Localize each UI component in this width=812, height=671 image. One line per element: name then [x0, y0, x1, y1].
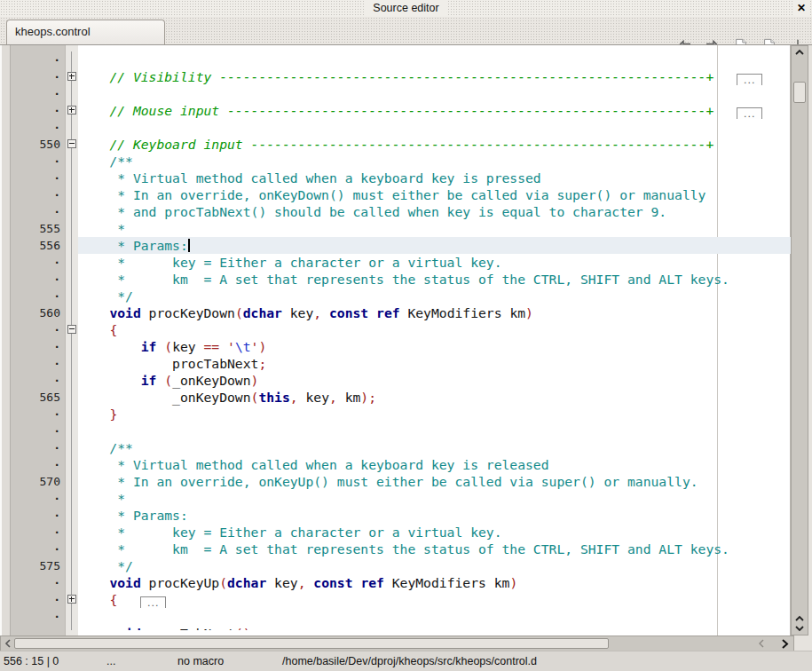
fold-gutter [66, 271, 78, 288]
code-line[interactable]: · * In an override, onKeyDown() must eit… [11, 186, 791, 203]
code-lines: ·· // Visibility -----------------------… [11, 51, 791, 630]
code-line[interactable]: · void procKeyUp(dchar key, const ref Ke… [11, 574, 791, 591]
source-editor-window: Source editor ✕ kheops.control [0, 0, 812, 671]
code-text: */ [78, 557, 791, 574]
line-dot: · [11, 288, 66, 304]
close-window-button[interactable]: ✕ [794, 1, 808, 16]
line-dot: · [11, 355, 66, 372]
scroll-up-button[interactable] [792, 47, 808, 58]
line-dot: · [11, 625, 66, 630]
fold-gutter [66, 321, 78, 338]
code-line[interactable]: · * [11, 490, 791, 507]
fold-gutter [66, 456, 78, 473]
line-dot: · [11, 68, 66, 85]
tab-kheops-control[interactable]: kheops.control [6, 20, 165, 44]
code-line[interactable]: · * and procTabNext() should be called w… [11, 203, 791, 220]
code-line[interactable]: · {... [11, 591, 791, 608]
status-info: ... [106, 654, 115, 668]
scroll-left-button[interactable] [2, 636, 13, 651]
code-line[interactable]: · /** [11, 153, 791, 170]
fold-gutter [66, 220, 78, 237]
code-line[interactable]: · [11, 608, 791, 625]
fold-gutter [66, 51, 78, 68]
scroll-down-button[interactable] [792, 623, 808, 634]
fold-gutter [66, 68, 78, 85]
code-line[interactable]: 575 */ [11, 557, 791, 574]
line-number: 575 [11, 557, 66, 574]
code-line[interactable]: · * key = Either a character or a virtua… [11, 254, 791, 271]
fold-gutter [66, 102, 78, 119]
code-line[interactable]: 556 * Params: [11, 237, 791, 254]
window-title: Source editor [364, 1, 447, 16]
code-line[interactable]: · [11, 119, 791, 136]
horizontal-scrollbar-thumb[interactable] [14, 638, 609, 649]
fold-gutter [66, 304, 78, 321]
code-line[interactable]: · procTabNext; [11, 355, 791, 372]
code-line[interactable]: 550 // Keyboard input ------------------… [11, 136, 791, 153]
fold-toggle-plus[interactable] [67, 72, 76, 81]
folded-code-ellipsis[interactable]: ... [737, 107, 762, 119]
folded-code-ellipsis[interactable]: ... [140, 596, 166, 608]
code-line[interactable]: · [11, 422, 791, 439]
code-line[interactable]: · */ [11, 288, 791, 304]
code-line[interactable]: 560 void procKeyDown(dchar key, const re… [11, 304, 791, 321]
folded-code-ellipsis[interactable]: ... [737, 74, 762, 85]
file-path: /home/basile/Dev/dproj/kheops/src/kheops… [282, 654, 537, 668]
code-text [78, 85, 791, 102]
code-line[interactable]: · * Params: [11, 507, 791, 524]
code-text: * [78, 220, 791, 237]
code-line[interactable]: · { [11, 321, 791, 338]
code-line[interactable]: · if (key == '\t') [11, 338, 791, 355]
code-text: // Keyboard input ----------------------… [78, 136, 791, 153]
fold-toggle-plus[interactable] [67, 595, 76, 604]
code-line[interactable]: · // Visibility ------------------------… [11, 68, 791, 85]
code-line[interactable]: · * km = A set that represents the statu… [11, 541, 791, 557]
line-dot: · [11, 321, 66, 338]
code-line[interactable]: 565 _onKeyDown(this, key, km); [11, 389, 791, 406]
vertical-scrollbar-thumb[interactable] [793, 82, 806, 103]
fold-gutter [66, 389, 78, 406]
fold-toggle-plus[interactable] [67, 106, 76, 114]
code-line[interactable]: · * Virtual method called when a keyboar… [11, 456, 791, 473]
line-dot: · [11, 439, 66, 456]
line-dot: · [11, 203, 66, 220]
code-line[interactable]: · * km = A set that represents the statu… [11, 271, 791, 288]
code-line[interactable]: · * Virtual method called when a keyboar… [11, 170, 791, 186]
scroll-left-button-right[interactable] [755, 636, 767, 651]
fold-gutter [66, 372, 78, 389]
code-line[interactable]: · [11, 85, 791, 102]
scroll-right-button[interactable] [779, 636, 791, 651]
code-text: _onKeyDown(this, key, km); [78, 389, 791, 406]
line-dot: · [11, 186, 66, 203]
code-editor[interactable]: ·· // Visibility -----------------------… [0, 44, 812, 651]
code-text: * Params: [78, 507, 791, 524]
code-text: // Visibility --------------------------… [78, 68, 791, 85]
code-line[interactable]: · } [11, 406, 791, 422]
code-text: * Params: [78, 237, 791, 254]
line-dot: · [11, 591, 66, 608]
code-text: * key = Either a character or a virtual … [78, 524, 791, 541]
fold-gutter [66, 170, 78, 186]
code-line[interactable]: 555 * [11, 220, 791, 237]
code-line[interactable]: · if (_onKeyDown) [11, 372, 791, 389]
fold-gutter [66, 524, 78, 541]
fold-toggle-minus[interactable] [67, 325, 76, 334]
vertical-scrollbar[interactable] [791, 45, 808, 635]
line-dot: · [11, 524, 66, 541]
code-line[interactable]: · void procTabNext() [11, 625, 791, 630]
code-line[interactable]: · * key = Either a character or a virtua… [11, 524, 791, 541]
line-dot: · [11, 422, 66, 439]
horizontal-scrollbar[interactable] [0, 635, 794, 651]
code-text: * Virtual method called when a keyboard … [78, 170, 791, 186]
line-number: 560 [11, 304, 66, 321]
line-number: 556 [11, 237, 66, 254]
line-dot: · [11, 608, 66, 625]
code-line[interactable]: 570 * In an override, onKeyUp() must eit… [11, 473, 791, 490]
code-line[interactable]: · [11, 51, 791, 68]
code-text [78, 51, 791, 68]
fold-gutter [66, 186, 78, 203]
line-dot: · [11, 153, 66, 170]
code-line[interactable]: · // Mouse input -----------------------… [11, 102, 791, 119]
code-line[interactable]: · /** [11, 439, 791, 456]
fold-toggle-minus[interactable] [67, 139, 76, 148]
